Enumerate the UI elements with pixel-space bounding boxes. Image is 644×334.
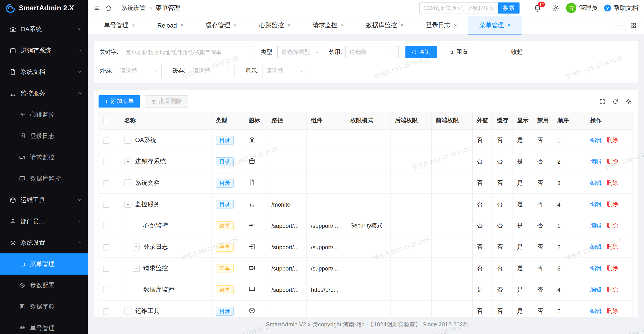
delete-link[interactable]: 删除 — [606, 200, 618, 207]
close-icon[interactable]: × — [507, 22, 510, 28]
row-checkbox[interactable] — [103, 138, 109, 144]
sidebar-subitem-db-monitor[interactable]: 数据库监控 — [0, 168, 88, 189]
menu-fold-icon[interactable] — [93, 4, 100, 12]
query-button[interactable]: 查询 — [405, 46, 437, 58]
disabled-select[interactable]: 请选择 — [345, 46, 399, 58]
sidebar-subitem-request-monitor[interactable]: 请求监控 — [0, 146, 88, 168]
sidebar-item-monitor[interactable]: 监控服务 — [0, 82, 88, 104]
delete-link[interactable]: 删除 — [606, 307, 618, 314]
row-checkbox[interactable] — [103, 287, 109, 293]
tab-login-log[interactable]: 登录日志× — [415, 16, 468, 34]
tab-reload[interactable]: Reload× — [146, 16, 194, 34]
edit-link[interactable]: 编辑 — [590, 222, 602, 228]
sidebar-subitem-dictionary[interactable]: 数据字典 — [0, 296, 88, 318]
collapse-button[interactable]: 收起 — [497, 46, 528, 58]
edit-link[interactable]: 编辑 — [590, 158, 602, 164]
close-icon[interactable]: × — [132, 22, 135, 28]
topbar-gear-icon[interactable] — [552, 4, 560, 12]
tab-menu-manage[interactable]: 菜单管理× — [468, 16, 522, 34]
cell-visible: 是 — [513, 151, 533, 172]
sidebar-subitem-login-log[interactable]: 登录日志 — [0, 125, 88, 146]
sidebar-item-docs[interactable]: 系统文档 — [0, 61, 88, 82]
external-select[interactable]: 请选择 — [116, 65, 162, 77]
row-checkbox[interactable] — [103, 180, 109, 186]
edit-link[interactable]: 编辑 — [590, 265, 602, 271]
heartbeat-icon — [248, 222, 255, 228]
sidebar-subitem-param-config[interactable]: 参数配置 — [0, 275, 88, 296]
show-select[interactable]: 请选择 — [262, 65, 308, 77]
column-settings-gear-icon[interactable] — [626, 98, 632, 104]
edit-link[interactable]: 编辑 — [590, 136, 602, 143]
row-checkbox[interactable] — [103, 202, 109, 208]
delete-link[interactable]: 删除 — [606, 222, 618, 228]
app-logo[interactable]: SmartAdmin 2.X — [0, 0, 88, 16]
table-refresh-icon[interactable] — [612, 98, 618, 104]
sidebar-item-settings[interactable]: 系统设置 — [0, 232, 88, 253]
delete-link[interactable]: 删除 — [606, 265, 618, 271]
close-icon[interactable]: × — [454, 22, 457, 28]
cell-order: 2 — [553, 236, 586, 258]
main-area: 系统设置 > 菜单管理 搜索 12 管 管理员 ? — [88, 0, 644, 334]
sidebar-item-oa[interactable]: OA系统 — [0, 18, 88, 40]
tab-cache-manage[interactable]: 缓存管理× — [194, 16, 248, 34]
expand-toggle[interactable]: + — [124, 137, 132, 144]
notification-bell-icon[interactable]: 12 — [534, 4, 542, 12]
close-icon[interactable]: × — [180, 22, 184, 28]
cache-select[interactable]: 请选择 — [189, 65, 235, 77]
add-menu-button[interactable]: + 添加菜单 — [98, 95, 140, 108]
expand-toggle[interactable]: + — [132, 244, 140, 250]
global-search-input[interactable] — [420, 2, 498, 14]
tab-db-monitor[interactable]: 数据库监控× — [355, 16, 415, 34]
tabs-grid-icon[interactable] — [630, 22, 636, 29]
home-icon[interactable] — [105, 4, 112, 12]
keyword-input[interactable] — [122, 46, 255, 58]
cell-component: http://pre... — [306, 279, 346, 300]
row-checkbox[interactable] — [103, 308, 109, 314]
row-checkbox[interactable] — [103, 159, 109, 165]
row-checkbox[interactable] — [103, 223, 109, 229]
help-doc-link[interactable]: ? 帮助文档 — [604, 4, 638, 12]
expand-toggle[interactable]: + — [132, 265, 140, 272]
user-menu[interactable]: 管 管理员 — [566, 3, 598, 13]
close-icon[interactable]: × — [234, 22, 237, 28]
delete-link[interactable]: 删除 — [606, 136, 618, 143]
tab-heartbeat[interactable]: 心跳监控× — [248, 16, 302, 34]
sidebar-subitem-order-manage[interactable]: 单号管理 — [0, 318, 88, 334]
row-checkbox[interactable] — [103, 266, 109, 272]
expand-toggle[interactable]: + — [124, 180, 132, 186]
expand-toggle[interactable]: + — [124, 308, 132, 314]
close-icon[interactable]: × — [400, 22, 404, 28]
expand-toggle[interactable]: - — [124, 201, 132, 208]
sidebar-item-erp[interactable]: 进销存系统 — [0, 40, 88, 61]
batch-delete-button[interactable]: 批量删除 — [145, 95, 188, 108]
select-all-checkbox[interactable] — [103, 118, 109, 124]
type-select[interactable]: 请选择类型 — [277, 46, 323, 58]
delete-link[interactable]: 删除 — [606, 243, 618, 250]
breadcrumb-item[interactable]: 系统设置 — [121, 4, 146, 12]
edit-link[interactable]: 编辑 — [590, 307, 602, 314]
edit-link[interactable]: 编辑 — [590, 200, 602, 207]
tab-order-manage[interactable]: 单号管理× — [93, 16, 146, 34]
tab-request-monitor[interactable]: 请求监控× — [302, 16, 355, 34]
row-checkbox[interactable] — [103, 244, 109, 250]
sidebar-item-department[interactable]: 部门员工 — [0, 211, 88, 232]
edit-link[interactable]: 编辑 — [590, 179, 602, 186]
close-icon[interactable]: × — [340, 22, 344, 28]
edit-link[interactable]: 编辑 — [590, 286, 602, 292]
global-search-button[interactable]: 搜索 — [498, 2, 520, 14]
sidebar-item-ops-tools[interactable]: 运维工具 — [0, 189, 88, 211]
app-logo-icon — [6, 3, 16, 14]
sidebar-subitem-heartbeat[interactable]: 心跳监控 — [0, 104, 88, 125]
reset-button[interactable]: 重置 — [443, 46, 474, 58]
tabs-more-button[interactable]: ··· — [614, 22, 622, 29]
expand-toggle[interactable]: + — [124, 158, 132, 165]
cell-perm-mode — [346, 130, 390, 151]
delete-link[interactable]: 删除 — [606, 158, 618, 164]
edit-link[interactable]: 编辑 — [590, 243, 602, 250]
delete-link[interactable]: 删除 — [606, 286, 618, 292]
delete-link[interactable]: 删除 — [606, 179, 618, 186]
sidebar-subitem-menu-manage[interactable]: 菜单管理 — [0, 253, 88, 274]
cell-component — [306, 194, 346, 215]
close-icon[interactable]: × — [287, 22, 290, 28]
fullscreen-icon[interactable] — [599, 98, 605, 104]
